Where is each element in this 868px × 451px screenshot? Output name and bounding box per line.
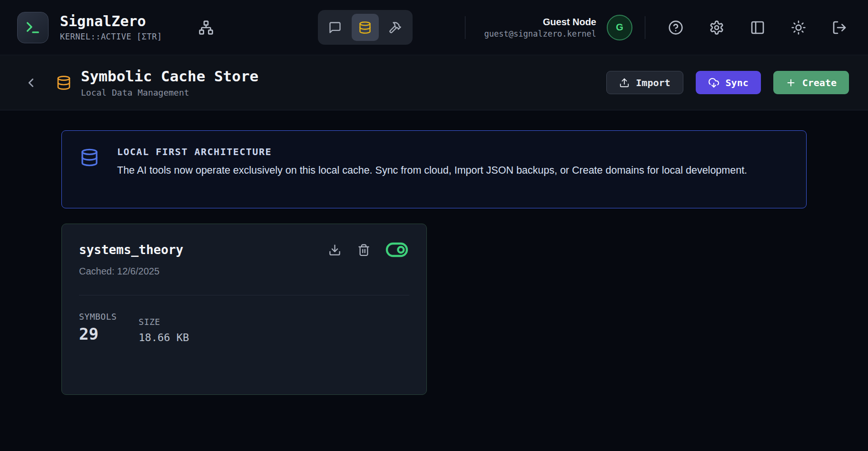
mode-switcher <box>318 10 413 45</box>
avatar[interactable]: G <box>607 15 632 40</box>
cloud-download-icon <box>708 77 720 88</box>
sync-label: Sync <box>726 77 749 88</box>
stat-symbols: SYMBOLS 29 <box>79 312 117 343</box>
upload-icon <box>619 78 630 88</box>
card-header: systems_theory <box>79 241 409 258</box>
topbar: SignalZero KERNEL::ACTIVE [ΣTR] <box>0 0 868 55</box>
theme-button[interactable] <box>787 16 810 39</box>
network-button[interactable] <box>194 15 218 40</box>
user-block: Guest Node guest@signalzero.kernel <box>484 17 596 39</box>
cache-card: systems_theory Cac <box>61 224 427 395</box>
banner-text-block: LOCAL FIRST ARCHITECTURE The AI tools no… <box>117 146 747 193</box>
database-blue-icon <box>80 148 99 193</box>
logout-icon <box>832 20 847 35</box>
size-value: 18.66 KB <box>138 332 189 343</box>
card-stats: SYMBOLS 29 SIZE 18.66 KB <box>79 312 409 343</box>
create-label: Create <box>802 77 837 88</box>
app-logo[interactable] <box>17 12 49 43</box>
terminal-icon <box>25 20 41 36</box>
download-icon <box>328 244 341 256</box>
settings-button[interactable] <box>705 16 728 39</box>
sun-icon <box>791 20 806 35</box>
import-label: Import <box>636 77 670 88</box>
user-name: Guest Node <box>484 17 596 28</box>
brand-block: SignalZero KERNEL::ACTIVE [ΣTR] <box>60 13 162 41</box>
card-divider <box>79 295 409 295</box>
database-icon <box>358 21 372 34</box>
cached-date: Cached: 12/6/2025 <box>79 266 409 277</box>
local-first-banner: LOCAL FIRST ARCHITECTURE The AI tools no… <box>61 130 807 208</box>
stat-size: SIZE 18.66 KB <box>138 317 189 343</box>
import-button[interactable]: Import <box>606 71 683 94</box>
tab-chat[interactable] <box>322 14 349 41</box>
app-name: SignalZero <box>60 13 162 30</box>
page-subtitle: Local Data Management <box>81 88 258 98</box>
create-button[interactable]: Create <box>773 71 849 94</box>
back-button[interactable] <box>19 71 43 95</box>
card-actions <box>326 241 409 258</box>
avatar-initial: G <box>616 22 623 33</box>
toggle-on-icon <box>385 242 408 257</box>
sync-button[interactable]: Sync <box>696 71 761 94</box>
symbols-value: 29 <box>79 324 117 343</box>
page-header: Symbolic Cache Store Local Data Manageme… <box>0 55 868 110</box>
topbar-actions <box>664 16 851 39</box>
network-icon <box>198 20 214 35</box>
size-label: SIZE <box>138 317 189 327</box>
banner-title: LOCAL FIRST ARCHITECTURE <box>117 146 747 157</box>
export-button[interactable] <box>326 242 343 258</box>
panel-left-icon <box>750 20 765 35</box>
chevron-left-icon <box>24 76 38 90</box>
enable-toggle[interactable] <box>385 241 409 258</box>
delete-button[interactable] <box>355 242 372 258</box>
page-title: Symbolic Cache Store <box>81 68 258 85</box>
help-icon <box>668 20 683 35</box>
page-title-block: Symbolic Cache Store Local Data Manageme… <box>81 68 258 98</box>
kernel-status: KERNEL::ACTIVE [ΣTR] <box>60 32 162 41</box>
hammer-icon <box>388 21 402 34</box>
help-button[interactable] <box>664 16 687 39</box>
database-orange-icon <box>56 75 71 90</box>
panel-toggle-button[interactable] <box>746 16 769 39</box>
trash-icon <box>357 244 370 256</box>
message-square-icon <box>328 21 342 34</box>
tab-tools[interactable] <box>382 14 409 41</box>
symbols-label: SYMBOLS <box>79 312 117 322</box>
user-email: guest@signalzero.kernel <box>484 29 596 39</box>
logout-button[interactable] <box>828 16 851 39</box>
plus-icon <box>786 78 796 88</box>
divider <box>465 16 465 39</box>
banner-body: The AI tools now operate exclusively on … <box>117 162 747 178</box>
divider <box>645 16 645 39</box>
settings-gear-icon <box>709 20 724 35</box>
main-content: LOCAL FIRST ARCHITECTURE The AI tools no… <box>0 110 868 395</box>
domain-name: systems_theory <box>79 243 326 257</box>
tab-database[interactable] <box>352 14 379 41</box>
